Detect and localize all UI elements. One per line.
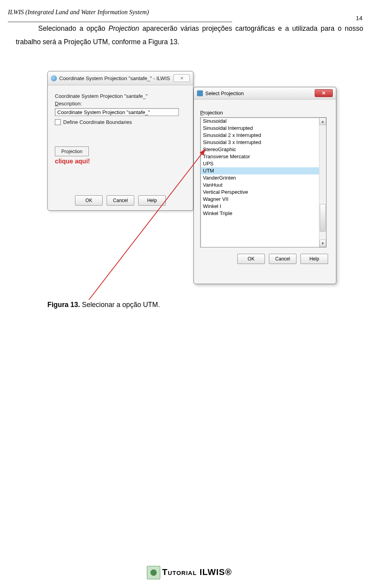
description-input[interactable] <box>55 108 179 116</box>
header-full: Integrated Land and Water Information Sy… <box>28 9 147 15</box>
select-projection-buttons: OK Cancel Help <box>200 254 330 264</box>
header-close: ) <box>147 9 149 15</box>
click-here-annotation: clique aqui! <box>55 158 186 165</box>
scroll-down-icon[interactable]: ▼ <box>319 240 326 247</box>
projection-list-label-rest: rojection <box>204 110 223 116</box>
projection-button-u: P <box>61 149 64 154</box>
define-boundaries-label: Define Coordinate Boundaries <box>63 119 132 125</box>
scrollbar[interactable]: ▲ ▼ <box>319 118 326 247</box>
define-boundaries-checkbox[interactable] <box>55 119 61 125</box>
projection-option[interactable]: UPS <box>201 160 319 167</box>
intro-paragraph: Selecionado a opção Projection aparecerã… <box>16 22 363 49</box>
projection-option[interactable]: UTM <box>201 167 319 174</box>
select-projection-titlebar[interactable]: Select Projection ✕ <box>194 87 336 99</box>
description-label-rest: escription: <box>58 101 82 107</box>
screenshot-area: Coordinate System Projection "santafe_" … <box>47 71 351 283</box>
projection-option[interactable]: Transverse Mercator <box>201 153 319 160</box>
help-button[interactable]: Help <box>138 195 166 206</box>
page-footer: Tutorial ILWIS® <box>0 566 379 579</box>
ok-button[interactable]: OK <box>75 195 103 206</box>
projection-option[interactable]: Winkel I <box>201 203 319 210</box>
projection-option[interactable]: StereoGraphic <box>201 146 319 153</box>
close-icon[interactable]: ✕ <box>315 89 333 97</box>
projection-button[interactable]: Projection <box>55 146 89 156</box>
select-projection-title: Select Projection <box>205 90 244 96</box>
coord-dialog-buttons: OK Cancel Help <box>48 195 193 206</box>
description-label-u: D <box>55 101 58 107</box>
projection-option[interactable]: Sinusoidal <box>201 118 319 125</box>
figure-caption: Figura 13. Selecionar a opção UTM. <box>47 301 160 309</box>
projection-option[interactable]: Winkel Triple <box>201 210 319 217</box>
projection-listbox[interactable]: SinusoidalSinusoidal InterruptedSinusoid… <box>200 117 326 247</box>
cancel-button[interactable]: Cancel <box>107 195 134 206</box>
coord-name-label: Coordinate System Projection "santafe_" <box>55 93 186 99</box>
projection-option[interactable]: Sinusoidal Interrupted <box>201 125 319 132</box>
window-icon <box>197 90 203 96</box>
projection-list-label-u: P <box>200 110 204 116</box>
projection-option[interactable]: Sinusoidal 3 x Interrupted <box>201 139 319 146</box>
figure-caption-rest: Selecionar a opção UTM. <box>80 301 160 309</box>
page-number: 14 <box>356 15 362 21</box>
footer-text: Tutorial ILWIS® <box>162 567 232 577</box>
ok-button[interactable]: OK <box>237 254 265 264</box>
projection-option[interactable]: VanderGrinten <box>201 174 319 182</box>
projection-option[interactable]: Wagner VII <box>201 196 319 203</box>
close-icon[interactable]: ✕ <box>173 74 190 82</box>
projection-option[interactable]: Sinusoidal 2 x Interrupted <box>201 132 319 139</box>
page-header: ILWIS (Integrated Land and Water Informa… <box>8 9 371 23</box>
projection-option[interactable]: Vertical Perspective <box>201 189 319 196</box>
figure-caption-bold: Figura 13. <box>47 301 80 309</box>
header-abbrev: ILWIS ( <box>8 9 28 15</box>
cancel-button[interactable]: Cancel <box>269 254 296 264</box>
footer-logo-icon <box>147 566 160 579</box>
select-projection-dialog: Select Projection ✕ Projection Sinusoida… <box>193 87 336 284</box>
para-italic: Projection <box>109 24 139 32</box>
coord-system-titlebar[interactable]: Coordinate System Projection "santafe_" … <box>48 71 193 85</box>
description-label: Description: <box>55 101 186 107</box>
para-t1: Selecionado a opção <box>38 24 109 32</box>
projection-list-label: Projection <box>200 110 330 116</box>
scroll-thumb[interactable] <box>320 204 326 232</box>
globe-icon <box>51 75 57 81</box>
coord-system-dialog: Coordinate System Projection "santafe_" … <box>47 71 193 211</box>
scroll-track[interactable] <box>319 125 326 240</box>
coord-system-title: Coordinate System Projection "santafe_" … <box>59 75 170 81</box>
help-button[interactable]: Help <box>300 254 328 264</box>
projection-button-rest: rojection <box>64 149 82 154</box>
scroll-up-icon[interactable]: ▲ <box>319 118 326 125</box>
projection-option[interactable]: VanHuut <box>201 182 319 189</box>
